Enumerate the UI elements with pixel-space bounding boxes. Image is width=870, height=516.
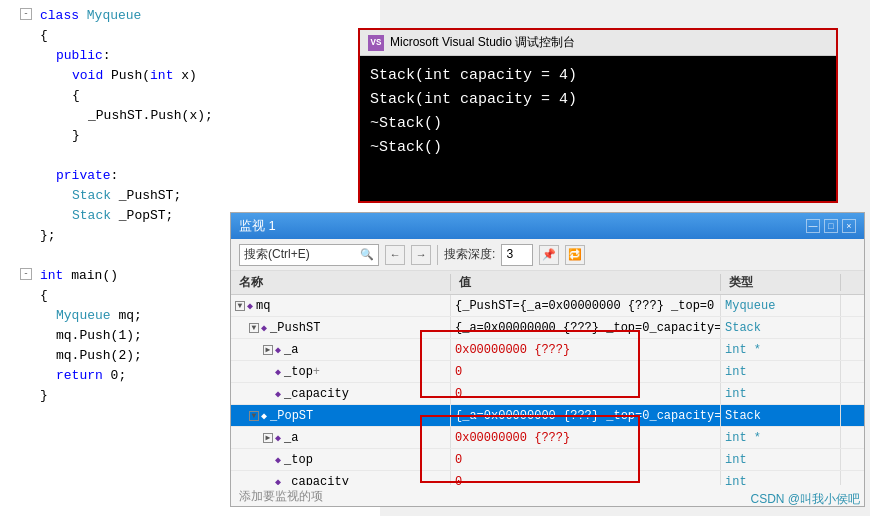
code-line <box>0 148 380 168</box>
console-line: Stack(int capacity = 4) <box>370 88 826 112</box>
debug-console-window: VS Microsoft Visual Studio 调试控制台 Stack(i… <box>358 28 838 203</box>
watch-minimize-button[interactable]: — <box>806 219 820 233</box>
watch-cell-name: ◆_top + <box>231 361 451 382</box>
code-token: { <box>40 288 48 303</box>
watch-col-type: 类型 <box>721 274 841 291</box>
watch-table-row[interactable]: ◆_top +0int <box>231 361 864 383</box>
code-token: : <box>103 48 111 63</box>
watch-toolbar: 搜索(Ctrl+E) 🔍 ← → 搜索深度: 3 📌 🔁 <box>231 239 864 271</box>
watch-cell-type: int <box>721 449 841 470</box>
watch-table-row[interactable]: ◆_capacity0int <box>231 383 864 405</box>
watch-window: 监视 1 — □ × 搜索(Ctrl+E) 🔍 ← → 搜索深度: 3 📌 🔁 … <box>230 212 865 507</box>
code-token: int <box>150 68 181 83</box>
watch-cell-value: 0 <box>451 471 721 485</box>
watch-table-row[interactable]: ▶◆_a0x00000000 {???}int * <box>231 339 864 361</box>
watch-cell-type: int <box>721 471 841 485</box>
code-token: Stack <box>72 188 119 203</box>
row-icon: ◆ <box>275 454 281 466</box>
row-name-text: _PushST <box>270 321 320 335</box>
watch-table-row[interactable]: ◆_top0int <box>231 449 864 471</box>
watch-table-row[interactable]: ▶◆_a0x00000000 {???}int * <box>231 427 864 449</box>
watch-close-button[interactable]: × <box>842 219 856 233</box>
watch-cell-value: 0x00000000 {???} <box>451 427 721 448</box>
watch-cell-type: Stack <box>721 405 841 426</box>
watch-table-row[interactable]: ◆_capacity0int <box>231 471 864 485</box>
console-line: Stack(int capacity = 4) <box>370 64 826 88</box>
watch-refresh-button[interactable]: 🔁 <box>565 245 585 265</box>
watch-cell-value: 0x00000000 {???} <box>451 339 721 360</box>
expand-icon[interactable]: ▼ <box>235 301 245 311</box>
expand-icon[interactable]: ▼ <box>249 323 259 333</box>
row-icon: ◆ <box>275 476 281 486</box>
row-icon: ◆ <box>261 322 267 334</box>
depth-value[interactable]: 3 <box>501 244 533 266</box>
code-line: Stack _PushST; <box>0 188 380 208</box>
watch-maximize-button[interactable]: □ <box>824 219 838 233</box>
watch-cell-type: int <box>721 361 841 382</box>
watch-cell-value: {_a=0x00000000 {???} _top=0_capacity=0 } <box>451 317 721 338</box>
watch-search-box[interactable]: 搜索(Ctrl+E) 🔍 <box>239 244 379 266</box>
code-token: : <box>111 168 119 183</box>
watch-arrow-right-button[interactable]: → <box>411 245 431 265</box>
watch-cell-value: 0 <box>451 383 721 404</box>
watch-cell-type: Myqueue <box>721 295 841 316</box>
code-token: private <box>56 168 111 183</box>
row-icon: ◆ <box>275 432 281 444</box>
watch-table-row[interactable]: ▼◆_PushST{_a=0x00000000 {???} _top=0_cap… <box>231 317 864 339</box>
watch-pin-button[interactable]: 📌 <box>539 245 559 265</box>
watch-col-name: 名称 <box>231 274 451 291</box>
watch-cell-value: {_a=0x00000000 {???} _top=0_capacity=0 } <box>451 405 721 426</box>
expand-icon[interactable]: ▼ <box>249 411 259 421</box>
watch-cell-type: int <box>721 383 841 404</box>
collapse-button[interactable]: - <box>20 8 32 20</box>
row-name-text: _a <box>284 431 298 445</box>
watch-cell-type: int * <box>721 339 841 360</box>
console-line: ~Stack() <box>370 136 826 160</box>
code-token: public <box>56 48 103 63</box>
watch-table-row[interactable]: ▼◆mq{_PushST={_a=0x00000000 {???} _top=0… <box>231 295 864 317</box>
watch-table-row[interactable]: ▼◆_PopST{_a=0x00000000 {???} _top=0_capa… <box>231 405 864 427</box>
code-token: Myqueue <box>87 8 142 23</box>
console-output: Stack(int capacity = 4)Stack(int capacit… <box>360 56 836 168</box>
expand-icon[interactable]: ▶ <box>263 433 273 443</box>
row-name-text: _a <box>284 343 298 357</box>
code-token: void <box>72 68 111 83</box>
watch-arrow-left-button[interactable]: ← <box>385 245 405 265</box>
row-icon: ◆ <box>261 410 267 422</box>
watch-cell-name: ◆_capacity <box>231 383 451 404</box>
search-icon: 🔍 <box>360 248 374 261</box>
code-token: } <box>72 128 80 143</box>
watch-cell-name: ▶◆_a <box>231 339 451 360</box>
code-token: return <box>56 368 111 383</box>
code-token: { <box>40 28 48 43</box>
line-number: - <box>4 8 34 20</box>
expand-icon[interactable]: ▶ <box>263 345 273 355</box>
collapse-button[interactable]: - <box>20 268 32 280</box>
watch-cell-name: ▶◆_a <box>231 427 451 448</box>
code-token: _PushST; <box>119 188 181 203</box>
code-token: mq.Push(2); <box>56 348 142 363</box>
watch-cell-name: ▼◆mq <box>231 295 451 316</box>
row-name-text: _PopST <box>270 409 313 423</box>
row-name-text: _top <box>284 453 313 467</box>
code-token: mq.Push(1); <box>56 328 142 343</box>
row-name-text: _top <box>284 365 313 379</box>
watch-cell-name: ◆_capacity <box>231 471 451 485</box>
watch-cell-value: {_PushST={_a=0x00000000 {???} _top=0 _c.… <box>451 295 721 316</box>
code-line: { <box>0 88 380 108</box>
console-line: ~Stack() <box>370 112 826 136</box>
row-icon: ◆ <box>275 388 281 400</box>
code-line: -class Myqueue <box>0 8 380 28</box>
code-token: }; <box>40 228 56 243</box>
code-token: Myqueue <box>56 308 118 323</box>
code-line: { <box>0 28 380 48</box>
code-token: int <box>40 268 71 283</box>
watch-titlebar: 监视 1 — □ × <box>231 213 864 239</box>
code-line: } <box>0 128 380 148</box>
watch-col-value: 值 <box>451 274 721 291</box>
debug-console-title: Microsoft Visual Studio 调试控制台 <box>390 34 575 51</box>
code-token: main() <box>71 268 118 283</box>
watch-cell-value: 0 <box>451 361 721 382</box>
debug-console-titlebar: VS Microsoft Visual Studio 调试控制台 <box>360 30 836 56</box>
code-token: _PushST.Push(x); <box>88 108 213 123</box>
